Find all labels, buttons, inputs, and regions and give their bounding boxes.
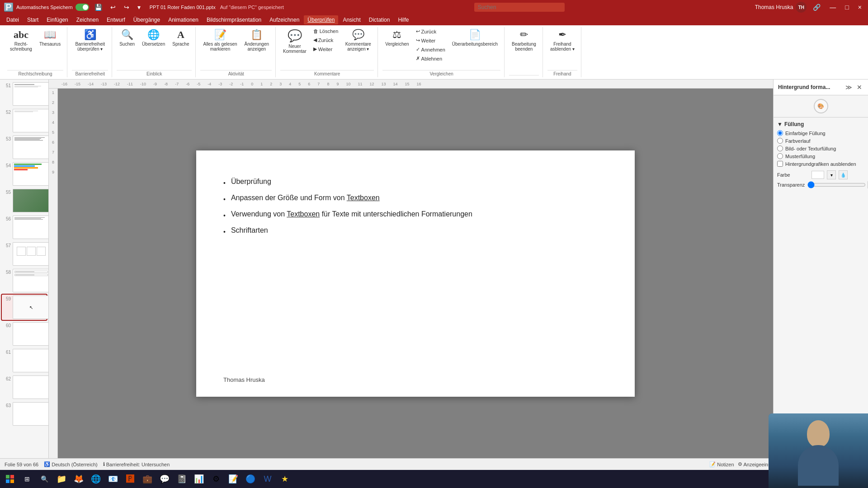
kommentar-col: 🗑 Löschen ◀ Zurück ▶ Weiter <box>311 27 341 53</box>
menu-zeichnen[interactable]: Zeichnen <box>73 15 102 24</box>
slide-list[interactable]: 51 52 <box>0 80 48 458</box>
canvas-area[interactable]: -16-15-14-13-12-11-10-9-8-7-6-5-4-3-2-10… <box>49 80 773 458</box>
color-picker-box[interactable] <box>811 171 824 179</box>
uebersetzen-btn[interactable]: 🌐 Übersetzen <box>139 27 168 48</box>
menu-uebergaenge[interactable]: Übergänge <box>130 15 164 24</box>
slide-item-53[interactable]: 53 <box>2 135 47 160</box>
taskbar-mail[interactable]: 📧 <box>105 471 121 487</box>
taskbar-explorer[interactable]: 📁 <box>53 471 70 487</box>
weiter-btn[interactable]: ▶ Weiter <box>311 45 341 53</box>
menu-hilfe[interactable]: Hilfe <box>394 15 412 24</box>
kommentare-anzeigen-btn[interactable]: 💬 Kommentareanzeigen ▾ <box>342 27 374 53</box>
zurueck-btn[interactable]: ◀ Zurück <box>311 36 341 44</box>
panel-color-icon[interactable]: 🎨 <box>814 99 828 113</box>
slide-thumb-51 <box>13 82 48 106</box>
menu-ansicht[interactable]: Ansicht <box>339 15 364 24</box>
menu-start[interactable]: Start <box>24 15 42 24</box>
slide-item-62[interactable]: 62 <box>2 375 47 400</box>
fuellung-title[interactable]: ▼ Füllung <box>777 121 864 127</box>
menu-animationen[interactable]: Animationen <box>165 15 202 24</box>
radio-einfarbig[interactable]: Einfarbige Füllung <box>777 130 864 136</box>
taskbar-app4[interactable]: 🔵 <box>242 471 259 487</box>
radio-bild[interactable]: Bild- oder Texturfüllung <box>777 145 864 151</box>
menu-datei[interactable]: Datei <box>3 15 23 24</box>
autosave-toggle[interactable] <box>75 4 89 11</box>
taskbar-app5[interactable]: ★ <box>277 471 293 487</box>
slide-item-60[interactable]: 60 <box>2 321 47 347</box>
slide-item-54[interactable]: 54 <box>2 161 47 187</box>
panel-close-btn[interactable]: ✕ <box>855 83 863 91</box>
undo-button[interactable]: ↩ <box>108 3 118 12</box>
checkbox-hintergrund[interactable]: Hintergrundgrafiken ausblenden <box>777 161 864 167</box>
barriere-btn[interactable]: ♿ Barrierefreiheitüberprüfen ▾ <box>72 27 108 53</box>
menu-bildschirm[interactable]: Bildschirmpräsentation <box>203 15 265 24</box>
menu-aufzeichnen[interactable]: Aufzeichnen <box>266 15 303 24</box>
zurueck2-btn[interactable]: ↩ Zurück <box>414 27 448 36</box>
more-btn[interactable]: ▾ <box>135 3 143 12</box>
transparenz-slider[interactable] <box>807 181 866 188</box>
slide-item-56[interactable]: 56 <box>2 215 47 240</box>
taskbar-app1[interactable]: 📊 <box>191 471 207 487</box>
radio-farbverlauf-input[interactable] <box>777 138 783 144</box>
radio-einfarbig-input[interactable] <box>777 130 783 136</box>
radio-muster-input[interactable] <box>777 153 783 159</box>
menu-ueberpruefen[interactable]: Überprüfen <box>304 15 338 24</box>
taskbar-notes[interactable]: 📓 <box>174 471 190 487</box>
taskbar-chrome[interactable]: 🌐 <box>88 471 104 487</box>
slide-item-55[interactable]: 55 <box>2 188 47 213</box>
start-button[interactable] <box>2 471 18 487</box>
taskbar-app2[interactable]: ⚙ <box>208 471 224 487</box>
share-btn[interactable]: 🔗 <box>810 3 823 12</box>
slide-item-52[interactable]: 52 <box>2 108 47 133</box>
suchen-btn[interactable]: 🔍 Suchen <box>117 27 137 48</box>
rechtschreibung-btn[interactable]: abc Recht-schreibung <box>7 27 35 53</box>
menu-einfuegen[interactable]: Einfügen <box>43 15 71 24</box>
sprache-btn[interactable]: A Sprache <box>170 27 192 48</box>
vergleichen-btn[interactable]: ⚖ Vergleichen <box>382 27 411 48</box>
redo-button[interactable]: ↪ <box>121 3 132 12</box>
thesaurus-btn[interactable]: 📖 Thesaurus <box>37 27 63 48</box>
ablehnen-btn[interactable]: ✗ Ablehnen <box>414 54 448 63</box>
ribbon-group-items: abc Recht-schreibung 📖 Thesaurus <box>7 27 63 69</box>
radio-muster[interactable]: Musterfüllung <box>777 153 864 159</box>
radio-farbverlauf[interactable]: Farbverlauf <box>777 138 864 144</box>
taskview-btn[interactable]: ⊞ <box>19 471 35 487</box>
taskbar-word[interactable]: W <box>259 471 276 487</box>
color-picker-btn[interactable]: ▾ <box>827 170 836 179</box>
arbeitsbereich-btn[interactable]: 📄 Überarbeitungsbereich <box>449 27 500 48</box>
notes-btn[interactable]: 📝 Notizen <box>709 461 734 467</box>
slide-item-63[interactable]: 63 <box>2 401 47 427</box>
slide-item-58[interactable]: 58 <box>2 268 47 293</box>
slide-item-57[interactable]: 57 <box>2 241 47 267</box>
slide-canvas[interactable]: • Überprüfung • Anpassen der Größe und F… <box>196 150 635 397</box>
maximize-btn[interactable]: □ <box>842 3 851 12</box>
taskbar-skype[interactable]: 💬 <box>156 471 173 487</box>
search-input[interactable] <box>474 3 565 12</box>
taskbar-app3[interactable]: 📝 <box>225 471 241 487</box>
taskbar-powerpoint[interactable]: 🅿 <box>122 471 138 487</box>
eyedropper-btn[interactable]: 💧 <box>839 170 848 179</box>
slide-item-59[interactable]: 59 ↖ <box>2 295 47 320</box>
slide-item-61[interactable]: 61 <box>2 348 47 373</box>
menu-entwurf[interactable]: Entwurf <box>103 15 129 24</box>
taskbar-firefox[interactable]: 🦊 <box>71 471 87 487</box>
alles-gelesen-btn[interactable]: 📝 Alles als gelesenmarkieren <box>200 27 240 53</box>
annehmen-btn[interactable]: ✓ Annehmen <box>414 45 448 54</box>
panel-expand-btn[interactable]: ≫ <box>844 83 854 91</box>
search-taskbar-btn[interactable]: 🔍 <box>36 471 52 487</box>
save-button[interactable]: 💾 <box>92 3 105 12</box>
weiter2-btn[interactable]: ↪ Weiter <box>414 36 448 45</box>
freihand-btn[interactable]: ✒ Freihandasblenden ▾ <box>547 27 577 53</box>
close-btn[interactable]: × <box>855 3 864 12</box>
radio-bild-input[interactable] <box>777 145 783 151</box>
loeschen-btn[interactable]: 🗑 Löschen <box>311 27 341 35</box>
transparenz-row: Transparenz <box>777 181 864 188</box>
checkbox-hintergrund-input[interactable] <box>777 161 783 167</box>
slide-item-51[interactable]: 51 <box>2 81 47 107</box>
taskbar-teams[interactable]: 💼 <box>139 471 156 487</box>
aenderungen-btn[interactable]: 📋 Änderungenanzeigen <box>242 27 272 53</box>
minimize-btn[interactable]: — <box>827 3 839 12</box>
neuer-kommentar-btn[interactable]: 💬 NeuerKommentar <box>280 27 309 56</box>
bearbeitung-btn[interactable]: ✏ Bearbeitungbeenden <box>509 27 539 53</box>
menu-dictation[interactable]: Dictation <box>365 15 394 24</box>
